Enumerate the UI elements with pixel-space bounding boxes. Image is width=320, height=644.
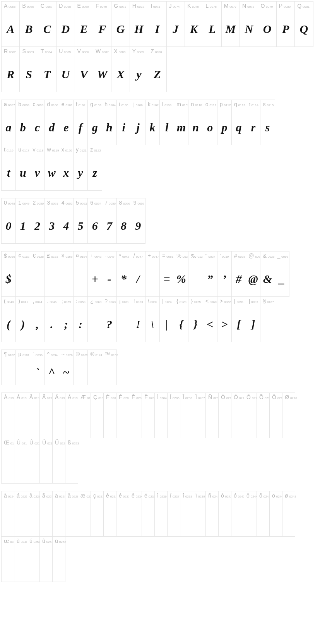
glyph-cell[interactable]: {0123{ — [174, 296, 188, 342]
glyph-cell[interactable]: Ë0203. — [142, 393, 155, 438]
glyph-cell[interactable]: _0095_ — [275, 251, 289, 297]
glyph-cell[interactable]: L0076L — [203, 1, 221, 47]
glyph-cell[interactable]: K0075K — [185, 1, 203, 47]
glyph-cell[interactable]: t0116t — [1, 145, 16, 191]
glyph-cell[interactable]: 000480 — [1, 198, 16, 244]
glyph-cell[interactable]: ó0243. — [231, 491, 244, 537]
glyph-cell[interactable]: ™0153. — [102, 350, 116, 385]
glyph-cell[interactable]: Ö0214. — [269, 393, 282, 438]
glyph-cell[interactable]: Ü0220. — [52, 438, 65, 484]
glyph-cell[interactable]: `0096` — [30, 350, 44, 385]
glyph-cell[interactable]: à0224. — [1, 491, 14, 537]
glyph-cell[interactable]: X0088X — [111, 46, 130, 92]
glyph-cell[interactable]: &0038& — [260, 251, 275, 297]
glyph-cell[interactable]: í0237. — [167, 491, 180, 537]
glyph-cell[interactable]: ‰0137. — [188, 251, 203, 297]
glyph-cell[interactable]: p0112p — [217, 100, 232, 145]
glyph-cell[interactable]: Å0197. — [65, 393, 78, 438]
glyph-cell[interactable]: ã0227. — [39, 491, 53, 537]
glyph-cell[interactable]: Ç0199. — [91, 393, 104, 438]
glyph-cell[interactable]: ©0169. — [73, 350, 88, 385]
glyph-cell[interactable]: ¡0161. — [116, 296, 131, 342]
glyph-cell[interactable]: 400524 — [59, 198, 74, 244]
glyph-cell[interactable]: é0233. — [116, 491, 129, 537]
glyph-cell[interactable]: Ó0211. — [231, 393, 244, 438]
glyph-cell[interactable]: 800568 — [116, 198, 131, 244]
glyph-cell[interactable]: %0037% — [174, 251, 188, 297]
glyph-cell[interactable]: q0113q — [231, 100, 246, 145]
glyph-cell[interactable]: k0107k — [145, 100, 160, 145]
glyph-cell[interactable]: 900579 — [131, 198, 145, 244]
glyph-cell[interactable]: ]0093] — [246, 296, 260, 342]
glyph-cell[interactable]: x0120x — [59, 145, 74, 191]
glyph-cell[interactable]: Ì0204. — [154, 393, 168, 438]
glyph-cell[interactable]: .0046. — [44, 296, 59, 342]
glyph-cell[interactable]: U0085U — [56, 46, 75, 92]
glyph-cell[interactable]: f0102f — [73, 100, 88, 145]
glyph-cell[interactable]: Ô0212. — [244, 393, 257, 438]
glyph-cell[interactable]: D0068D — [56, 1, 75, 47]
glyph-cell[interactable]: #0035# — [231, 251, 246, 297]
glyph-cell[interactable]: '0039’ — [217, 251, 232, 297]
glyph-cell[interactable]: g0103g — [87, 100, 102, 145]
glyph-cell[interactable]: ì0236. — [154, 491, 168, 537]
glyph-cell[interactable]: ñ0241. — [205, 491, 219, 537]
glyph-cell[interactable]: ú0250. — [27, 536, 40, 582]
glyph-cell[interactable]: a0097a — [1, 100, 16, 145]
glyph-cell[interactable]: -0045- — [102, 251, 116, 297]
glyph-cell[interactable]: \0092\ — [145, 296, 160, 342]
glyph-cell[interactable]: A0065A — [1, 1, 20, 47]
glyph-cell[interactable]: V0086V — [75, 46, 93, 92]
glyph-cell[interactable]: Ù0217. — [14, 438, 27, 484]
glyph-cell[interactable]: T0084T — [38, 46, 56, 92]
glyph-cell[interactable]: Î0206. — [180, 393, 193, 438]
glyph-cell[interactable]: §0167. — [260, 296, 275, 342]
glyph-cell[interactable]: µ0181. — [15, 350, 30, 385]
glyph-cell[interactable]: Ã0195. — [39, 393, 53, 438]
glyph-cell[interactable]: Ê0202. — [129, 393, 142, 438]
glyph-cell[interactable]: ë0235. — [142, 491, 155, 537]
glyph-cell[interactable]: l0108l — [159, 100, 174, 145]
glyph-cell[interactable]: m0109m — [174, 100, 188, 145]
glyph-cell[interactable]: 500535 — [73, 198, 88, 244]
glyph-cell[interactable]: c0099c — [30, 100, 44, 145]
glyph-cell[interactable]: Û0219. — [39, 438, 53, 484]
glyph-cell[interactable]: S0083S — [19, 46, 38, 92]
glyph-cell[interactable]: ß0223. — [65, 438, 78, 484]
glyph-cell[interactable]: C0067C — [38, 1, 56, 47]
glyph-cell[interactable]: @0064@ — [246, 251, 260, 297]
glyph-cell[interactable]: J0074J — [166, 1, 185, 47]
glyph-cell[interactable]: z0122z — [87, 145, 102, 191]
glyph-cell[interactable]: ò0242. — [218, 491, 231, 537]
glyph-cell[interactable]: R0082R — [1, 46, 20, 92]
glyph-cell[interactable]: o0111o — [203, 100, 217, 145]
glyph-cell[interactable]: P0080P — [276, 1, 295, 47]
glyph-cell[interactable]: Í0205. — [167, 393, 180, 438]
glyph-cell[interactable]: *0042* — [116, 251, 131, 297]
glyph-cell[interactable]: ï0239. — [193, 491, 206, 537]
glyph-cell[interactable]: Q0081Q — [294, 1, 313, 47]
glyph-cell[interactable]: €0128. — [30, 251, 44, 297]
glyph-cell[interactable]: :0058: — [73, 296, 88, 342]
glyph-cell[interactable]: |0124| — [159, 296, 174, 342]
glyph-cell[interactable]: Â0194. — [27, 393, 40, 438]
glyph-cell[interactable]: À0192. — [1, 393, 14, 438]
glyph-cell[interactable]: ,0044, — [30, 296, 44, 342]
glyph-cell[interactable]: ö0246. — [269, 491, 282, 537]
glyph-cell[interactable]: ü0252. — [52, 536, 65, 582]
glyph-cell[interactable]: (0040( — [1, 296, 16, 342]
glyph-cell[interactable]: ¤0164. — [73, 251, 88, 297]
glyph-cell[interactable]: +0043+ — [87, 251, 102, 297]
glyph-cell[interactable]: /0047/ — [131, 251, 145, 297]
glyph-cell[interactable]: â0226. — [27, 491, 40, 537]
glyph-cell[interactable]: œ0156. — [1, 536, 14, 582]
glyph-cell[interactable]: £0163. — [44, 251, 59, 297]
glyph-cell[interactable]: >0062> — [217, 296, 232, 342]
glyph-cell[interactable]: h0104h — [102, 100, 116, 145]
glyph-cell[interactable]: æ0230. — [78, 491, 91, 537]
glyph-cell[interactable]: r0114r — [246, 100, 260, 145]
glyph-cell[interactable]: y0121y — [73, 145, 88, 191]
glyph-cell[interactable]: ô0244. — [244, 491, 257, 537]
glyph-cell[interactable]: Ä0196. — [52, 393, 65, 438]
glyph-cell[interactable]: Y0089y — [130, 46, 148, 92]
